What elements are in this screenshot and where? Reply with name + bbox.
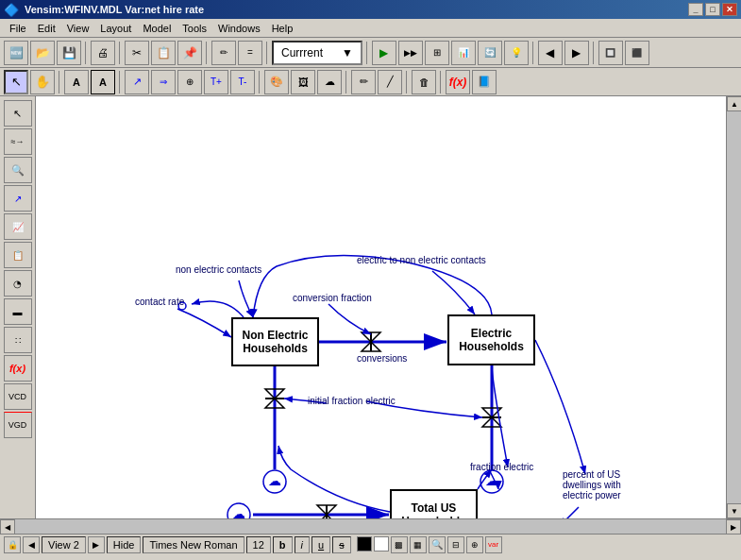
- close-button[interactable]: ✕: [722, 3, 737, 16]
- extra1-button[interactable]: 🔲: [598, 41, 623, 65]
- equation-button[interactable]: =: [238, 41, 262, 65]
- menu-tools[interactable]: Tools: [177, 21, 212, 36]
- scroll-track-horizontal[interactable]: [15, 519, 726, 534]
- scroll-up-button[interactable]: ▲: [727, 96, 741, 111]
- book-tool[interactable]: 📘: [472, 70, 497, 94]
- canvas-area[interactable]: ☁ ☁: [36, 96, 726, 518]
- svg-marker-20: [482, 408, 501, 417]
- sim5-button[interactable]: 💡: [504, 41, 529, 65]
- line-tool[interactable]: ╱: [378, 70, 402, 94]
- var-button[interactable]: var: [485, 536, 502, 553]
- trash-tool[interactable]: 🗑: [412, 70, 436, 94]
- t1-tool[interactable]: T+: [204, 70, 228, 94]
- back-button[interactable]: ◀: [538, 41, 563, 65]
- electric-box[interactable]: ElectricHouseholds: [447, 314, 535, 365]
- menu-file[interactable]: File: [4, 21, 32, 36]
- nav-next-button[interactable]: ▶: [88, 536, 105, 553]
- scroll-left-button[interactable]: ◀: [0, 519, 15, 535]
- nav-prev-button[interactable]: ◀: [23, 536, 40, 553]
- color-box-white[interactable]: [374, 536, 389, 552]
- new-button[interactable]: 🆕: [4, 41, 28, 65]
- pencil-tool[interactable]: ✏: [351, 70, 376, 94]
- left-toolbar: ↖ ≈→ 🔍 ↗ 📈 📋 ◔ ▬ ∷ f(x) VCD VGD: [0, 96, 36, 518]
- color-box-black[interactable]: [357, 536, 372, 552]
- conversion-fraction-label: conversion fraction: [293, 293, 372, 303]
- scroll-down-button[interactable]: ▼: [727, 503, 741, 518]
- hide-button[interactable]: Hide: [107, 536, 142, 553]
- bold-button[interactable]: b: [273, 536, 293, 553]
- text1-tool[interactable]: A: [64, 70, 89, 94]
- open-button[interactable]: 📂: [30, 41, 55, 65]
- menu-view[interactable]: View: [61, 21, 95, 36]
- sim3-button[interactable]: 📊: [451, 41, 476, 65]
- menu-help[interactable]: Help: [266, 21, 299, 36]
- fx-tool[interactable]: f(x): [446, 70, 470, 94]
- svg-point-16: [263, 470, 286, 493]
- sim1-button[interactable]: ▶▶: [398, 41, 423, 65]
- lt-strip[interactable]: ▬: [4, 298, 32, 325]
- print-button[interactable]: 🖨: [91, 41, 115, 65]
- hand-tool[interactable]: ✋: [30, 70, 55, 94]
- extra-nav1[interactable]: ⊕: [466, 536, 483, 553]
- scroll-right-button[interactable]: ▶: [726, 519, 741, 535]
- svg-marker-5: [362, 342, 380, 351]
- lt-zoom[interactable]: 🔍: [4, 157, 32, 183]
- text2-tool[interactable]: A: [91, 70, 115, 94]
- pattern-btn1[interactable]: ▩: [391, 536, 408, 553]
- menu-model[interactable]: Model: [137, 21, 177, 36]
- minimize-button[interactable]: _: [688, 3, 703, 16]
- extra2-button[interactable]: ⬛: [625, 41, 649, 65]
- lt-flow[interactable]: ≈→: [4, 128, 32, 155]
- svg-point-7: [227, 503, 250, 518]
- italic-button[interactable]: i: [295, 536, 310, 553]
- t2-tool[interactable]: T-: [230, 70, 255, 94]
- menu-edit[interactable]: Edit: [32, 21, 61, 36]
- underline-button[interactable]: u: [312, 536, 330, 553]
- cut-button[interactable]: ✂: [125, 41, 149, 65]
- nav-bar: 🔒 ◀ View 2 ▶ Hide Times New Roman 12 b i…: [0, 534, 741, 554]
- svg-marker-10: [317, 505, 336, 515]
- sim2-button[interactable]: ⊞: [425, 41, 449, 65]
- nav-lock-button[interactable]: 🔒: [4, 536, 21, 553]
- color-tool[interactable]: 🎨: [264, 70, 289, 94]
- flow-tool[interactable]: ⇒: [151, 70, 176, 94]
- sketch-button[interactable]: ✏: [211, 41, 236, 65]
- lt-vcd1[interactable]: VCD: [4, 383, 32, 410]
- run-button[interactable]: ▶: [372, 41, 396, 65]
- menu-windows[interactable]: Windows: [212, 21, 266, 36]
- strikethrough-button[interactable]: s: [332, 536, 351, 553]
- menu-layout[interactable]: Layout: [94, 21, 137, 36]
- bottom-scrollbar: ◀ ▶: [0, 518, 741, 534]
- lt-fx[interactable]: f(x): [4, 355, 32, 382]
- scroll-track-vertical[interactable]: [727, 111, 741, 503]
- pattern-btn2[interactable]: ▦: [410, 536, 427, 553]
- lt-select[interactable]: ↖: [4, 100, 32, 127]
- maximize-button[interactable]: □: [705, 3, 720, 16]
- lt-table[interactable]: 📋: [4, 242, 32, 268]
- svg-marker-11: [317, 515, 336, 518]
- sim4-button[interactable]: 🔄: [478, 41, 502, 65]
- lt-pie[interactable]: ◔: [4, 270, 32, 297]
- lt-arrow[interactable]: ↗: [4, 185, 32, 212]
- lt-vcd2[interactable]: VGD: [4, 412, 32, 438]
- non-electric-box[interactable]: Non ElectricHouseholds: [231, 317, 319, 366]
- title-bar-buttons: _ □ ✕: [688, 3, 737, 16]
- forward-button[interactable]: ▶: [564, 41, 589, 65]
- aux-tool[interactable]: ⊕: [177, 70, 202, 94]
- svg-marker-15: [265, 399, 284, 408]
- picture-tool[interactable]: 🖼: [291, 70, 315, 94]
- diagram-svg: ☁ ☁: [36, 96, 726, 518]
- copy-button[interactable]: 📋: [151, 41, 176, 65]
- zoom-out-button[interactable]: ⊟: [447, 536, 464, 553]
- total-us-box[interactable]: Total USHouseholds: [390, 489, 478, 518]
- arrow-tool[interactable]: ↗: [125, 70, 149, 94]
- sep1: [85, 42, 87, 64]
- zoom-in-button[interactable]: 🔍: [429, 536, 446, 553]
- paste-button[interactable]: 📌: [177, 41, 202, 65]
- lt-graph[interactable]: 📈: [4, 213, 32, 240]
- save-button[interactable]: 💾: [57, 41, 81, 65]
- select-tool[interactable]: ↖: [4, 70, 28, 94]
- font-display: Times New Roman: [143, 536, 244, 553]
- cloud-tool[interactable]: ☁: [317, 70, 342, 94]
- lt-scatter[interactable]: ∷: [4, 327, 32, 353]
